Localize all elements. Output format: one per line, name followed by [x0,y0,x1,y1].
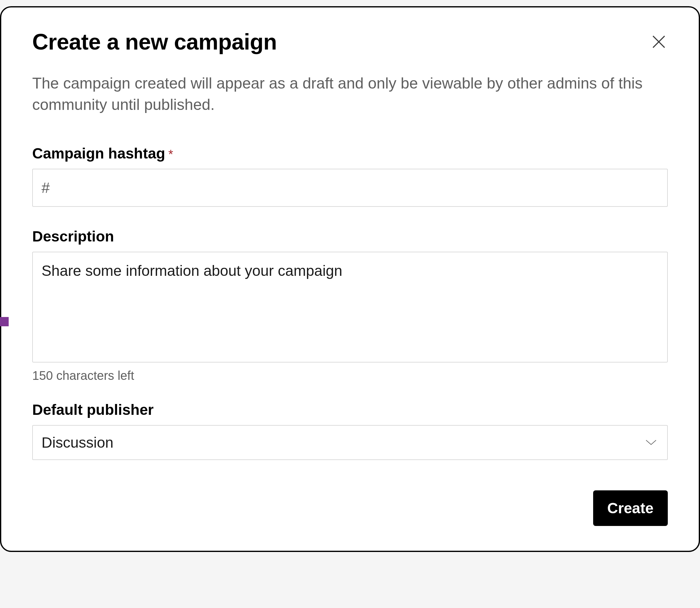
create-campaign-modal: Create a new campaign The campaign creat… [0,6,700,552]
close-button[interactable] [647,30,671,55]
hashtag-label-row: Campaign hashtag * [32,145,668,162]
publisher-label: Default publisher [32,401,154,418]
modal-footer: Create [32,490,668,526]
hashtag-label: Campaign hashtag [32,145,165,162]
close-icon [651,34,666,51]
description-label-row: Description [32,228,668,245]
modal-title: Create a new campaign [32,29,277,55]
description-textarea[interactable] [32,252,668,362]
publisher-label-row: Default publisher [32,401,668,418]
hashtag-field-group: Campaign hashtag * [32,145,668,207]
character-counter: 150 characters left [32,369,668,383]
modal-header: Create a new campaign [32,29,668,55]
create-button[interactable]: Create [593,490,668,526]
side-accent-tab [0,317,9,326]
publisher-select-wrapper: Discussion [32,425,668,460]
required-indicator: * [168,147,173,161]
description-field-group: Description 150 characters left [32,228,668,383]
publisher-select[interactable]: Discussion [32,425,668,460]
hashtag-input[interactable] [32,169,668,207]
description-label: Description [32,228,114,245]
publisher-field-group: Default publisher Discussion [32,401,668,460]
modal-description: The campaign created will appear as a dr… [32,73,668,115]
